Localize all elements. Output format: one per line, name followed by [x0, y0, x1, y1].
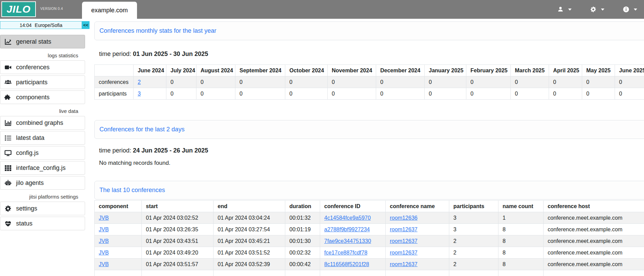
monthly-time-period: time period: 01 Jun 2025 - 30 Jun 2025 — [99, 50, 644, 58]
conference-cell: 00:01:19 — [285, 224, 320, 235]
table-header-row: componentstartenddurationconference IDco… — [95, 201, 644, 212]
user-menu[interactable] — [557, 6, 572, 13]
conference-cell: room12637 — [386, 235, 449, 247]
sidebar-collapse-button[interactable]: << — [82, 21, 90, 29]
conference-id-link[interactable]: 7fae9ce344751330 — [324, 238, 371, 244]
stat-cell: 0 — [376, 88, 425, 100]
sidebar-item-jilo-agents[interactable]: jilo agents — [0, 176, 85, 190]
corner-cell — [95, 65, 134, 76]
users-icon — [4, 79, 12, 86]
column-header-participants: participants — [449, 201, 498, 212]
bar-chart-icon — [4, 119, 12, 127]
component-link[interactable]: JVB — [99, 215, 109, 221]
conference-cell: 01 Apr 2024 03:04:24 — [214, 212, 285, 224]
sidebar-item-label: conferences — [16, 64, 50, 71]
component-link[interactable]: JVB — [99, 227, 109, 232]
stat-cell: 0 — [466, 88, 511, 100]
conference-cell: conference.meet.example.com — [544, 247, 644, 259]
conference-cell: 8 — [498, 224, 544, 235]
sidebar-item-general-stats[interactable]: general stats — [0, 35, 85, 48]
sidebar-item-config-js[interactable]: config.js — [0, 146, 85, 160]
sidebar-item-latest-data[interactable]: latest data — [0, 131, 85, 145]
card-last-10-conferences-title: The last 10 conferences — [99, 187, 165, 194]
card-last-10-conferences-header[interactable]: The last 10 conferences — [94, 181, 644, 200]
conference-id-link[interactable]: 8c116568f5201f28 — [324, 261, 369, 267]
monitor-icon — [4, 149, 12, 157]
conference-name-link[interactable]: room12637 — [390, 250, 417, 256]
conference-cell: 01 Apr 2024 03:45:21 — [214, 235, 285, 247]
sidebar-item-combined-graphs[interactable]: combined graphs — [0, 116, 85, 130]
column-header-conference-id: conference ID — [320, 201, 386, 212]
monthly-stats-table: June 2024July 2024August 2024September 2… — [94, 64, 644, 100]
conference-cell: 01 Apr 2024 03:51:57 — [142, 259, 214, 270]
component-link[interactable]: JVB — [99, 261, 109, 267]
sidebar: 14:04 Europe/Sofia << general statslogs … — [0, 19, 94, 232]
conference-cell: 3 — [449, 224, 498, 235]
app-window: JILO VERSION 0.4 example.com 14:04 Europ… — [0, 0, 644, 276]
component-link[interactable]: JVB — [99, 250, 109, 256]
conference-id-link[interactable]: fce17ce887fcdf78 — [324, 250, 367, 256]
conference-cell: 01 Apr 2024 03:27:54 — [214, 224, 285, 235]
conference-cell: 7fae9ce344751330 — [320, 235, 386, 247]
sidebar-item-settings[interactable]: settings — [0, 202, 85, 215]
column-header-name-count: name count — [498, 201, 544, 212]
stat-cell: 0 — [549, 76, 582, 88]
conference-name-link[interactable]: room12637 — [390, 261, 417, 267]
conference-cell: fce17ce887fcdf78 — [320, 247, 386, 259]
stat-cell: 0 — [196, 88, 235, 100]
component-link[interactable]: JVB — [99, 238, 109, 244]
gear-menu[interactable] — [590, 6, 604, 13]
clock-timezone: Europe/Sofia — [35, 23, 63, 28]
list-icon — [4, 134, 12, 142]
column-header-component: component — [95, 201, 142, 212]
jilo-logo[interactable]: JILO — [1, 1, 36, 17]
platform-tab[interactable]: example.com — [82, 2, 137, 19]
column-header-august-2024: August 2024 — [196, 65, 235, 76]
logo-text: JILO — [6, 3, 31, 15]
row-label: participants — [95, 88, 134, 100]
sidebar-item-label: combined graphs — [16, 119, 63, 127]
conference-cell: 01 Apr 2024 03:02:52 — [142, 212, 214, 224]
page-layout: 14:04 Europe/Sofia << general statslogs … — [0, 19, 644, 276]
conference-cell — [285, 270, 320, 276]
conference-cell: conference.meet.example.com — [544, 235, 644, 247]
stat-cell: 0 — [235, 88, 285, 100]
navbar-menus — [557, 0, 644, 19]
conference-cell: a2788f9bf9927234 — [320, 224, 386, 235]
participants-count-link[interactable]: 3 — [138, 91, 141, 97]
conference-cell: 01 Apr 2024 03:43:51 — [142, 235, 214, 247]
sidebar-item-conferences[interactable]: conferences — [0, 60, 85, 74]
conference-row: JVB01 Apr 2024 03:51:5701 Apr 2024 03:52… — [95, 259, 644, 270]
conference-cell: 1 — [498, 212, 544, 224]
card-last-2-days-header[interactable]: Conferences for the last 2 days — [94, 120, 644, 139]
info-menu[interactable] — [623, 6, 637, 13]
conference-name-link[interactable]: room12636 — [390, 215, 417, 221]
conference-cell: room12636 — [386, 212, 449, 224]
conference-id-link[interactable]: a2788f9bf9927234 — [324, 227, 370, 232]
stat-cell: 0 — [328, 88, 376, 100]
card-monthly-stats-header[interactable]: Conferences monthly stats for the last y… — [94, 21, 644, 40]
conference-name-link[interactable]: room12637 — [390, 238, 417, 244]
stat-cell: 0 — [549, 88, 582, 100]
stat-cell: 0 — [615, 76, 644, 88]
heart-pulse-icon — [4, 220, 12, 227]
stat-cell: 0 — [425, 88, 466, 100]
conference-cell: 3 — [449, 212, 498, 224]
conferences-count-link[interactable]: 2 — [138, 79, 141, 85]
column-header-may-2025: May 2025 — [582, 65, 615, 76]
sidebar-item-components[interactable]: components — [0, 90, 85, 104]
gear-icon — [4, 205, 12, 212]
sidebar-item-interface-config-js[interactable]: interface_config.js — [0, 161, 85, 175]
conference-cell: 8c116568f5201f28 — [320, 259, 386, 270]
sidebar-item-label: jilo agents — [16, 179, 44, 187]
chart-line-icon — [4, 38, 12, 45]
column-header-conference-name: conference name — [386, 201, 449, 212]
sidebar-item-participants[interactable]: participants — [0, 75, 85, 89]
conference-cell: JVB — [95, 259, 142, 270]
conference-id-link[interactable]: 4c14584fce9a5970 — [324, 215, 371, 221]
column-header-november-2024: November 2024 — [328, 65, 376, 76]
clock-bar: 14:04 Europe/Sofia << — [0, 21, 90, 29]
sidebar-item-status[interactable]: status — [0, 217, 85, 230]
stat-cell: 0 — [285, 88, 328, 100]
conference-name-link[interactable]: room12637 — [390, 227, 417, 232]
